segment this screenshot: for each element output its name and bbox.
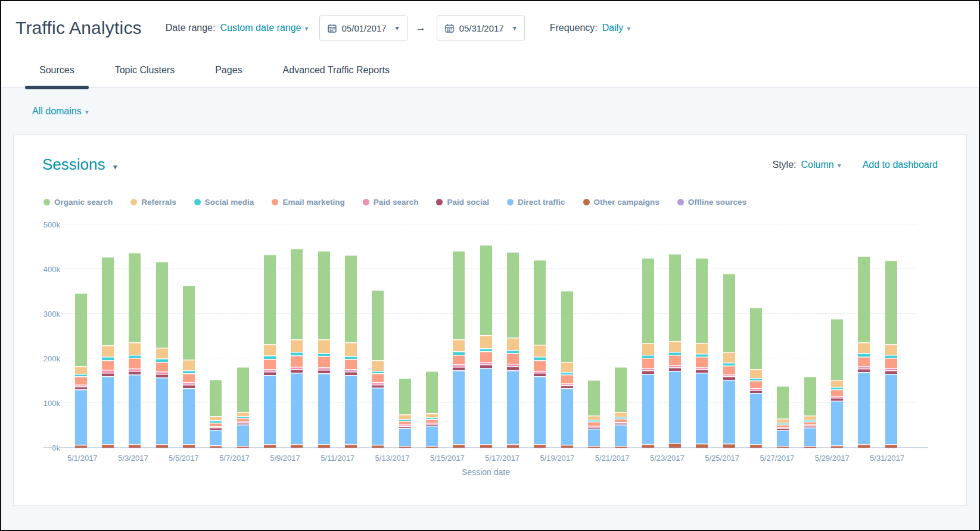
legend-item-other-campaigns[interactable]: Other campaigns xyxy=(583,198,659,207)
bar-segment-email-marketing[interactable] xyxy=(264,359,276,369)
domain-filter-dropdown[interactable]: All domains▾ xyxy=(32,106,89,117)
bar-segment-referrals[interactable] xyxy=(129,342,141,354)
tab-topic-clusters[interactable]: Topic Clusters xyxy=(108,65,182,88)
bar-segment-paid-social[interactable] xyxy=(102,373,114,377)
bar-segment-direct-traffic[interactable] xyxy=(723,380,735,443)
bar-segment-email-marketing[interactable] xyxy=(129,358,141,368)
bar-segment-direct-traffic[interactable] xyxy=(210,430,222,445)
bar-segment-direct-traffic[interactable] xyxy=(642,374,654,444)
bar-segment-direct-traffic[interactable] xyxy=(858,372,870,445)
bar-segment-direct-traffic[interactable] xyxy=(318,373,330,444)
bar-segment-referrals[interactable] xyxy=(831,380,843,388)
bar-5-5-2017[interactable] xyxy=(175,224,202,448)
bar-segment-organic-search[interactable] xyxy=(777,386,789,418)
bar-segment-direct-traffic[interactable] xyxy=(615,424,627,446)
bar-segment-organic-search[interactable] xyxy=(669,254,681,341)
bar-5-25-2017[interactable] xyxy=(715,224,742,448)
bar-5-8-2017[interactable] xyxy=(256,224,283,448)
bar-segment-referrals[interactable] xyxy=(345,342,357,356)
bar-5-28-2017[interactable] xyxy=(797,224,823,448)
bar-segment-direct-traffic[interactable] xyxy=(345,375,357,444)
bar-segment-email-marketing[interactable] xyxy=(696,357,708,367)
bar-segment-referrals[interactable] xyxy=(453,339,465,351)
bar-segment-email-marketing[interactable] xyxy=(885,358,897,368)
bar-5-31-2017[interactable] xyxy=(878,224,904,448)
bar-segment-organic-search[interactable] xyxy=(210,379,222,416)
bar-segment-other-campaigns[interactable] xyxy=(723,443,735,448)
bar-segment-organic-search[interactable] xyxy=(156,261,168,348)
bar-segment-email-marketing[interactable] xyxy=(480,351,492,362)
bar-segment-direct-traffic[interactable] xyxy=(75,389,87,445)
bar-5-30-2017[interactable] xyxy=(851,224,878,448)
bar-segment-direct-traffic[interactable] xyxy=(777,430,789,446)
bar-segment-organic-search[interactable] xyxy=(885,260,897,344)
bar-segment-direct-traffic[interactable] xyxy=(399,428,411,446)
bar-segment-referrals[interactable] xyxy=(399,414,411,419)
tab-pages[interactable]: Pages xyxy=(208,65,249,88)
bar-segment-direct-traffic[interactable] xyxy=(804,427,816,446)
bar-segment-email-marketing[interactable] xyxy=(102,360,114,370)
bar-segment-referrals[interactable] xyxy=(426,413,438,417)
bar-segment-direct-traffic[interactable] xyxy=(102,376,114,444)
start-date-picker[interactable]: 05/01/2017 ▾ xyxy=(319,15,407,40)
bar-segment-direct-traffic[interactable] xyxy=(156,377,168,445)
legend-item-paid-search[interactable]: Paid search xyxy=(363,198,419,207)
bar-5-26-2017[interactable] xyxy=(742,224,769,448)
legend-item-email-marketing[interactable]: Email marketing xyxy=(272,198,344,207)
bar-segment-direct-traffic[interactable] xyxy=(453,370,465,444)
bar-5-24-2017[interactable] xyxy=(689,224,715,448)
bar-segment-email-marketing[interactable] xyxy=(750,380,762,388)
bar-segment-referrals[interactable] xyxy=(615,412,627,417)
bar-segment-organic-search[interactable] xyxy=(831,318,843,380)
bar-segment-organic-search[interactable] xyxy=(642,258,654,343)
bar-segment-direct-traffic[interactable] xyxy=(129,374,141,444)
legend-item-social-media[interactable]: Social media xyxy=(194,198,254,207)
bar-segment-email-marketing[interactable] xyxy=(345,359,357,369)
bar-segment-referrals[interactable] xyxy=(372,360,384,370)
bar-segment-direct-traffic[interactable] xyxy=(426,426,438,446)
bar-segment-referrals[interactable] xyxy=(183,360,195,370)
bar-segment-direct-traffic[interactable] xyxy=(237,424,249,446)
bar-segment-organic-search[interactable] xyxy=(615,367,627,412)
bar-5-19-2017[interactable] xyxy=(553,224,580,448)
legend-item-offline-sources[interactable]: Offline sources xyxy=(677,198,746,207)
bar-segment-email-marketing[interactable] xyxy=(291,355,303,367)
bar-5-11-2017[interactable] xyxy=(337,224,364,448)
bar-segment-organic-search[interactable] xyxy=(318,251,330,339)
bar-segment-organic-search[interactable] xyxy=(345,255,357,342)
bar-segment-organic-search[interactable] xyxy=(804,376,816,415)
bar-5-14-2017[interactable] xyxy=(418,224,445,448)
bar-5-18-2017[interactable] xyxy=(527,224,553,448)
bar-segment-direct-traffic[interactable] xyxy=(561,388,573,445)
bar-segment-referrals[interactable] xyxy=(642,343,654,355)
bar-segment-referrals[interactable] xyxy=(264,344,276,356)
bar-segment-direct-traffic[interactable] xyxy=(183,388,195,445)
bar-segment-direct-traffic[interactable] xyxy=(885,374,897,445)
bar-5-15-2017[interactable] xyxy=(446,224,472,448)
bar-segment-organic-search[interactable] xyxy=(291,248,303,339)
bar-segment-organic-search[interactable] xyxy=(372,290,384,361)
bar-segment-direct-traffic[interactable] xyxy=(696,373,708,443)
bar-segment-referrals[interactable] xyxy=(75,366,87,374)
tab-sources[interactable]: Sources xyxy=(32,65,82,88)
bar-segment-referrals[interactable] xyxy=(102,345,114,357)
bar-segment-email-marketing[interactable] xyxy=(318,356,330,368)
bar-segment-direct-traffic[interactable] xyxy=(831,401,843,445)
bar-segment-referrals[interactable] xyxy=(804,416,816,420)
bar-segment-referrals[interactable] xyxy=(237,412,249,417)
bar-segment-referrals[interactable] xyxy=(750,369,762,377)
bar-segment-organic-search[interactable] xyxy=(75,293,87,366)
bar-segment-other-campaigns[interactable] xyxy=(669,443,681,448)
bar-segment-direct-traffic[interactable] xyxy=(291,373,303,444)
bar-5-10-2017[interactable] xyxy=(310,224,337,448)
bar-5-4-2017[interactable] xyxy=(148,224,175,448)
bar-5-7-2017[interactable] xyxy=(229,224,256,448)
bar-segment-email-marketing[interactable] xyxy=(156,362,168,372)
bar-segment-direct-traffic[interactable] xyxy=(534,376,546,444)
bar-segment-referrals[interactable] xyxy=(777,418,789,423)
bar-segment-referrals[interactable] xyxy=(723,352,735,363)
bar-segment-email-marketing[interactable] xyxy=(183,373,195,382)
bar-segment-email-marketing[interactable] xyxy=(507,353,519,364)
bar-segment-direct-traffic[interactable] xyxy=(588,429,600,446)
bar-segment-referrals[interactable] xyxy=(669,341,681,352)
